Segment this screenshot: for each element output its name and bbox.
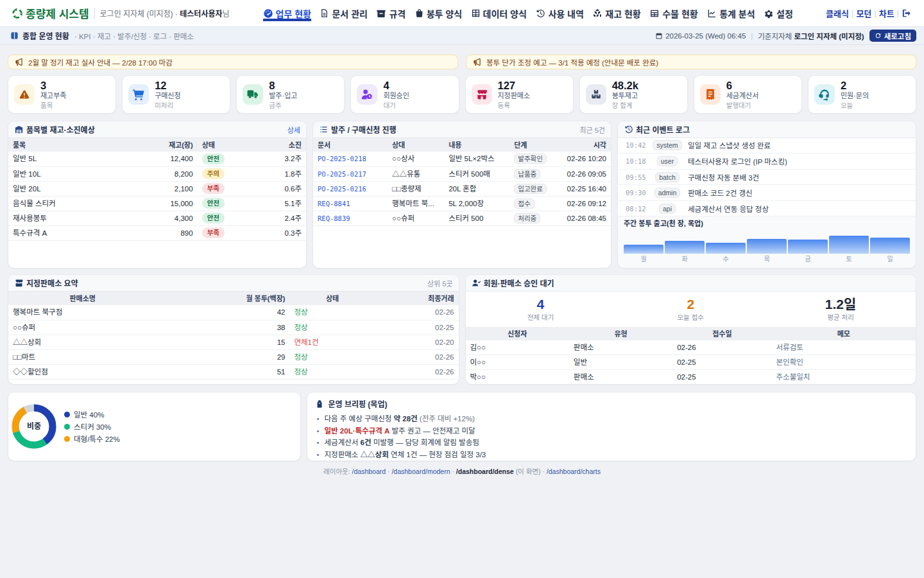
svg-text:비중: 비중 [27,422,41,431]
